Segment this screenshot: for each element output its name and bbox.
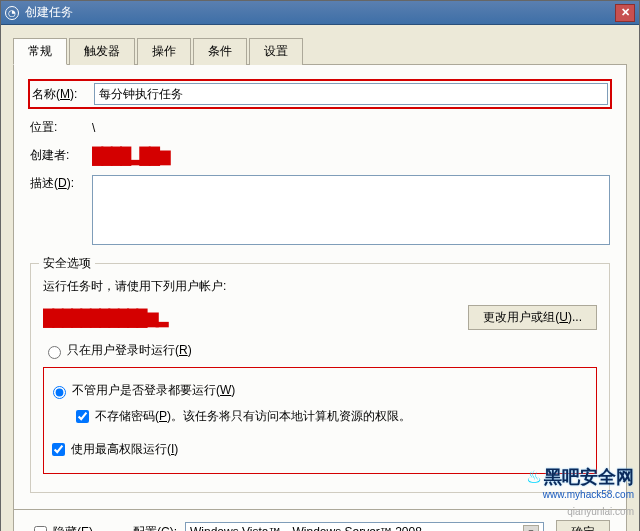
configure-for-label: 配置(C):	[133, 524, 177, 531]
check-highest-privileges-input[interactable]	[52, 443, 65, 456]
run-as-label: 运行任务时，请使用下列用户帐户:	[43, 278, 597, 295]
tab-actions[interactable]: 操作	[137, 38, 191, 65]
highlighted-options: 不管用户是否登录都要运行(W) 不存储密码(P)。该任务将只有访问本地计算机资源…	[43, 367, 597, 474]
check-highest-privileges-label: 使用最高权限运行(I)	[71, 441, 178, 458]
configure-for-value: Windows Vista™、Windows Server™ 2008	[190, 524, 422, 531]
location-value: \	[92, 121, 610, 135]
tab-strip: 常规 触发器 操作 条件 设置	[13, 37, 627, 65]
author-row: 创建者: ████▂██▆	[30, 146, 610, 165]
check-highest-privileges[interactable]: 使用最高权限运行(I)	[48, 440, 592, 459]
tab-settings[interactable]: 设置	[249, 38, 303, 65]
bottom-bar: 隐藏(E) 配置(C): Windows Vista™、Windows Serv…	[13, 510, 627, 531]
window-title: 创建任务	[25, 4, 615, 21]
user-account-value: ███████████▆▂	[43, 308, 166, 327]
check-no-store-password-label: 不存储密码(P)。该任务将只有访问本地计算机资源的权限。	[95, 408, 411, 425]
tab-conditions[interactable]: 条件	[193, 38, 247, 65]
security-options-group: 安全选项 运行任务时，请使用下列用户帐户: ███████████▆▂ 更改用户…	[30, 263, 610, 493]
radio-run-logged-on-input[interactable]	[48, 346, 61, 359]
chevron-down-icon: ▼	[523, 525, 539, 532]
radio-run-logged-on[interactable]: 只在用户登录时运行(R)	[43, 342, 597, 359]
close-button[interactable]: ✕	[615, 4, 635, 22]
name-label: 名称(M):	[32, 86, 94, 103]
radio-run-always-label: 不管用户是否登录都要运行(W)	[72, 382, 235, 399]
tab-triggers[interactable]: 触发器	[69, 38, 135, 65]
check-no-store-password-input[interactable]	[76, 410, 89, 423]
check-no-store-password[interactable]: 不存储密码(P)。该任务将只有访问本地计算机资源的权限。	[72, 407, 592, 426]
description-label: 描述(D):	[30, 175, 92, 192]
check-hidden-input[interactable]	[34, 526, 47, 531]
description-input[interactable]	[92, 175, 610, 245]
radio-run-logged-on-label: 只在用户登录时运行(R)	[67, 342, 192, 359]
author-value: ████▂██▆	[92, 146, 610, 165]
location-row: 位置: \	[30, 119, 610, 136]
location-label: 位置:	[30, 119, 92, 136]
clock-icon: ◔	[5, 6, 19, 20]
user-account-row: ███████████▆▂ 更改用户或组(U)...	[43, 305, 597, 330]
check-hidden-label: 隐藏(E)	[53, 524, 93, 531]
change-user-button[interactable]: 更改用户或组(U)...	[468, 305, 597, 330]
security-legend: 安全选项	[39, 255, 95, 272]
configure-for-dropdown[interactable]: Windows Vista™、Windows Server™ 2008 ▼	[185, 522, 544, 532]
tab-panel-general: 名称(M): 位置: \ 创建者: ████▂██▆ 描述(D): 安全选项 运…	[13, 65, 627, 510]
description-row: 描述(D):	[30, 175, 610, 245]
radio-run-always[interactable]: 不管用户是否登录都要运行(W)	[48, 382, 592, 399]
radio-run-always-input[interactable]	[53, 386, 66, 399]
author-label: 创建者:	[30, 147, 92, 164]
name-row: 名称(M):	[28, 79, 612, 109]
name-input[interactable]	[94, 83, 608, 105]
ok-button[interactable]: 确定	[556, 520, 610, 531]
create-task-dialog: ◔ 创建任务 ✕ 常规 触发器 操作 条件 设置 名称(M): 位置: \ 创建…	[0, 0, 640, 531]
titlebar: ◔ 创建任务 ✕	[1, 1, 639, 25]
client-area: 常规 触发器 操作 条件 设置 名称(M): 位置: \ 创建者: ████▂█…	[1, 25, 639, 531]
check-hidden[interactable]: 隐藏(E)	[30, 523, 93, 531]
tab-general[interactable]: 常规	[13, 38, 67, 65]
